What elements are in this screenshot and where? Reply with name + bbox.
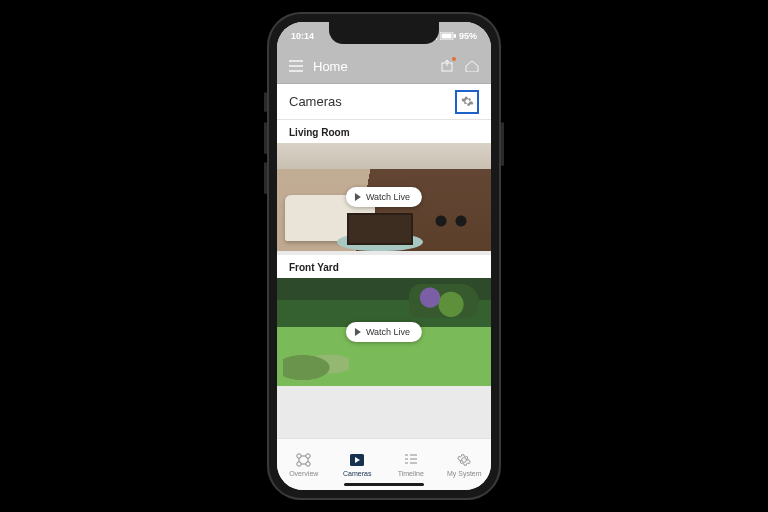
tab-overview[interactable]: Overview [277, 439, 331, 490]
timeline-icon [403, 453, 419, 467]
camera-card: Front Yard Watch Live [277, 255, 491, 386]
tab-label: Timeline [398, 470, 424, 477]
home-indicator[interactable] [344, 483, 424, 486]
cameras-list: Living Room Watch Live Front Yard Watch … [277, 120, 491, 438]
tab-my-system[interactable]: My System [438, 439, 492, 490]
camera-card: Living Room Watch Live [277, 120, 491, 251]
section-title: Cameras [289, 94, 342, 109]
volume-down-button [264, 162, 267, 194]
svg-point-7 [306, 461, 310, 465]
app-header: Home [277, 50, 491, 84]
svg-point-6 [297, 461, 301, 465]
mute-switch [264, 92, 267, 112]
grid-icon [296, 453, 312, 467]
battery-icon [440, 32, 456, 40]
watch-live-label: Watch Live [366, 192, 410, 202]
watch-live-button[interactable]: Watch Live [346, 322, 422, 342]
screen: 10:14 95% Home Cameras [277, 22, 491, 490]
play-icon [355, 328, 361, 336]
watch-live-label: Watch Live [366, 327, 410, 337]
power-button [501, 122, 504, 166]
section-bar: Cameras [277, 84, 491, 120]
camera-label: Living Room [277, 120, 491, 143]
play-icon [355, 193, 361, 201]
tab-label: My System [447, 470, 482, 477]
tab-label: Overview [289, 470, 318, 477]
tab-label: Cameras [343, 470, 371, 477]
camera-label: Front Yard [277, 255, 491, 278]
svg-rect-2 [454, 34, 456, 38]
status-time: 10:14 [291, 31, 314, 41]
camera-preview-front-yard[interactable]: Watch Live [277, 278, 491, 386]
volume-up-button [264, 122, 267, 154]
share-icon[interactable] [441, 58, 455, 76]
svg-point-5 [306, 453, 310, 457]
notification-dot [452, 57, 456, 61]
camera-preview-living-room[interactable]: Watch Live [277, 143, 491, 251]
play-box-icon [349, 453, 365, 467]
notch [329, 22, 439, 44]
header-title: Home [313, 59, 431, 74]
watch-live-button[interactable]: Watch Live [346, 187, 422, 207]
gear-icon [456, 453, 472, 467]
hamburger-icon[interactable] [289, 58, 303, 76]
svg-point-4 [297, 453, 301, 457]
gear-icon [461, 95, 474, 108]
camera-settings-button[interactable] [455, 90, 479, 114]
phone-frame: 10:14 95% Home Cameras [267, 12, 501, 500]
home-icon[interactable] [465, 58, 479, 76]
svg-rect-1 [441, 34, 451, 39]
status-battery: 95% [459, 31, 477, 41]
